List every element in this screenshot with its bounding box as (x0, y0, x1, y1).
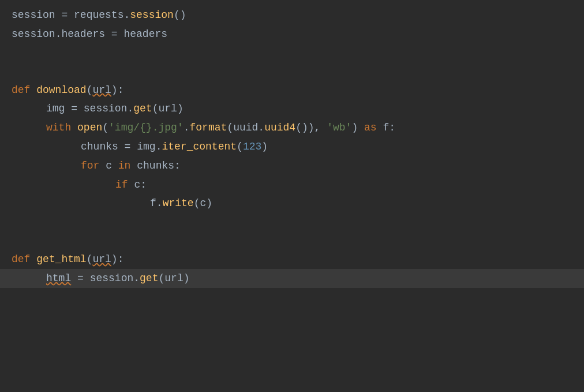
token-var: ( (87, 251, 93, 268)
token-var: . (127, 100, 133, 117)
token-var: . (133, 270, 140, 287)
token-var (30, 82, 36, 99)
token-kw-def: for (81, 158, 99, 174)
token-var: chunks: (130, 158, 180, 174)
token-var: ()) (295, 120, 314, 136)
code-line: if c: (0, 176, 584, 195)
code-line: html = session.get(url) (0, 269, 584, 288)
token-var: ( (87, 82, 93, 99)
code-line: chunks = img.iter_content(123) (0, 137, 584, 156)
token-var: ): (111, 251, 124, 268)
code-line: with open('img/{}.jpg'.format(uuid.uuid4… (0, 118, 584, 137)
token-var: . (55, 26, 62, 43)
token-kw-def: in (118, 158, 131, 174)
token-param-url: url (92, 251, 111, 268)
token-var (71, 120, 77, 136)
token-var: () (174, 7, 186, 24)
token-var: ( (152, 100, 159, 117)
token-var: ( (102, 120, 108, 136)
code-line (0, 62, 584, 81)
token-var: ) (184, 270, 190, 287)
code-editor: session = requests.session()session.head… (0, 0, 584, 392)
token-var: . (156, 139, 162, 155)
token-fn-name: get_html (36, 251, 86, 268)
code-line: img = session.get(url) (0, 99, 584, 118)
token-fn-name: uuid4 (264, 120, 295, 136)
token-var: . (123, 7, 130, 24)
token-var: session (12, 26, 55, 43)
token-string: 'wb' (327, 120, 351, 136)
token-kw-def: as (364, 120, 377, 136)
code-line (0, 232, 584, 250)
code-line (0, 44, 584, 62)
token-param-url: url (92, 82, 111, 99)
token-var: requests (74, 7, 123, 24)
code-line: for c in chunks: (0, 156, 584, 176)
token-var: session (90, 270, 134, 287)
token-var: ( (158, 270, 164, 287)
code-line: session.headers = headers (0, 25, 584, 44)
token-var: chunks (81, 139, 118, 155)
token-kw-def: def (12, 82, 30, 99)
token-fn-name: get (140, 270, 158, 287)
token-string: 'img/{}.jpg' (108, 120, 184, 136)
token-fn-name: open (77, 120, 102, 136)
token-fn-name: download (36, 82, 86, 99)
token-kw-def: def (12, 251, 30, 268)
token-var: headers (61, 26, 105, 43)
token-var: = (55, 7, 74, 24)
token-var: session (12, 7, 55, 24)
token-fn-name: format (190, 120, 227, 136)
token-var: uuid (233, 120, 258, 136)
token-fn-name: get (133, 100, 152, 117)
token-kw-blue: 123 (243, 139, 261, 155)
token-var: = (105, 26, 123, 43)
token-var: ) (261, 139, 268, 155)
token-var: headers (123, 26, 167, 43)
token-var: c: (128, 177, 147, 193)
token-var: session (84, 100, 128, 117)
token-var: , (315, 120, 327, 136)
token-var: img (137, 139, 155, 155)
code-line: def get_html(url): (0, 250, 584, 269)
token-var: ( (227, 120, 233, 136)
token-fn-name: write (163, 195, 194, 212)
token-var: . (156, 195, 163, 212)
token-var: (c) (194, 195, 212, 212)
token-kw-def: if (115, 177, 128, 193)
token-fn-name: iter_content (162, 139, 237, 155)
token-kw-def: with (46, 120, 71, 136)
token-fn-name: session (130, 7, 174, 24)
code-line (0, 213, 584, 232)
token-var: url (158, 100, 177, 117)
token-var: img (46, 100, 65, 117)
token-var: = (118, 139, 137, 155)
token-var: ) (351, 120, 364, 136)
token-var: c (99, 158, 118, 174)
token-var: . (184, 120, 190, 136)
token-var: ): (111, 82, 124, 99)
token-param-html: html (46, 270, 71, 287)
token-var: ( (237, 139, 243, 155)
token-var (30, 251, 36, 268)
token-var: = (71, 270, 89, 287)
code-line: session = requests.session() (0, 6, 584, 25)
code-line: f.write(c) (0, 194, 584, 213)
token-var: f (150, 195, 156, 212)
token-var: ) (177, 100, 184, 117)
token-var: url (164, 270, 183, 287)
code-line: def download(url): (0, 81, 584, 100)
token-var: = (65, 100, 83, 117)
token-var: . (258, 120, 264, 136)
token-var: f: (377, 120, 395, 136)
